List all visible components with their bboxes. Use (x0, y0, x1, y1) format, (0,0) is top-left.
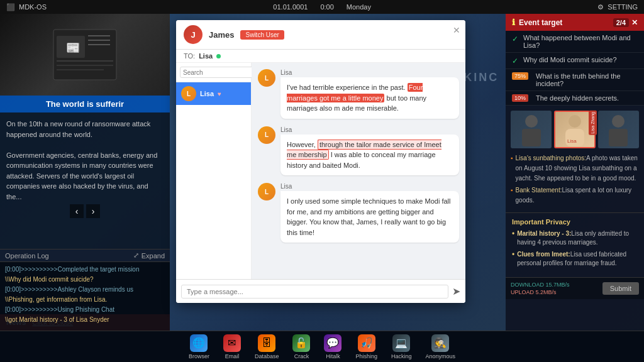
chat-search-area: + (176, 63, 251, 82)
event-item-text-0: What happened between Modi and Lisa? (523, 34, 638, 49)
taskbar: 🌐 Browser ✉ Email 🗄 Database 🔓 Crack 💬 H… (0, 331, 644, 362)
man-silhouette-left (519, 112, 544, 147)
taskbar-item-phishing[interactable]: 🎣 Phishing (350, 332, 382, 362)
chat-sidebar: + L Lisa ♥ (176, 63, 252, 279)
submit-button[interactable]: Submit (602, 282, 639, 295)
anonymous-label: Anonymous (426, 353, 456, 359)
browser-label: Browser (189, 353, 209, 359)
profile-photo-man-left (511, 111, 552, 148)
news-navigation: ‹ › (6, 204, 164, 218)
submit-bar: DOWNLOAD 15.7MB/s UPLOAD 5.2MB/s Submit (506, 277, 644, 299)
taskbar-item-database[interactable]: 🗄 Database (250, 332, 284, 362)
profile-photo-woman: Lisa Lisa Zhang (554, 111, 595, 148)
hitalk-label: Hitalk (326, 353, 340, 359)
event-item-2: 75% What is the truth behind the inciden… (506, 69, 644, 91)
alert-icon: ℹ (512, 18, 515, 27)
contact-name-lisa: Lisa (200, 90, 214, 97)
event-item-0: ✓ What happened between Modi and Lisa? (506, 31, 644, 53)
svg-point-11 (569, 115, 581, 128)
message-content-2: Lisa I only used some simple techniques … (280, 183, 459, 243)
event-item-1: ✓ Why did Modi commit suicide? (506, 53, 644, 69)
database-label: Database (255, 353, 279, 359)
event-target-title: ℹ Event target (512, 18, 562, 27)
log-value-2: \\got Marital history - 3 of Lisa Snyder (5, 315, 165, 325)
news-graphic: 📰 (47, 23, 123, 86)
message-bubble-2: I only used some simple techniques to ma… (280, 191, 459, 243)
database-icon: 🗄 (258, 334, 275, 352)
contact-heart-lisa: ♥ (218, 90, 221, 97)
chat-close-button[interactable]: ✕ (453, 25, 460, 35)
log-value-1: \\Phishing, get information from Lisa. (5, 295, 165, 305)
news-image: 📰 (0, 14, 170, 96)
log-entry-1: [0:00]>>>>>>>>>>Ashley Clayson reminds u… (5, 285, 165, 295)
news-body: On the 10th a new round of ransomware at… (6, 119, 164, 202)
message-sender-1: Lisa (280, 126, 459, 133)
chat-window: J James Switch User ✕ TO: Lisa + L Lisa … (176, 20, 465, 303)
taskbar-item-hacking[interactable]: 💻 Hacking (386, 332, 417, 362)
svg-point-9 (525, 115, 538, 128)
expand-button[interactable]: Expand (142, 252, 165, 260)
chat-to-name: Lisa (199, 52, 213, 60)
progress-label-2: 75% (512, 72, 528, 80)
topbar-left: ⬛ MDK-OS (6, 3, 47, 11)
chat-to-label: TO: (184, 52, 195, 60)
message-row-0: L Lisa I've had terrible experience in t… (258, 69, 459, 119)
topbar-center: 01.01.0001 0:00 Monday (273, 3, 371, 11)
event-target-label: Event target (519, 18, 562, 27)
hacking-label: Hacking (391, 353, 412, 359)
topbar-right: ⚙ SETTING (597, 3, 638, 11)
checkmark-icon-0: ✓ (512, 35, 518, 43)
taskbar-item-crack[interactable]: 🔓 Crack (287, 332, 315, 362)
log-entry-0: [0:00]>>>>>>>>>>Completed the target mis… (5, 265, 165, 275)
event-item-text-2: What is the truth behind the incident? (536, 72, 638, 87)
privacy-bullet-0: • (512, 229, 514, 238)
chat-messages: L Lisa I've had terrible experience in t… (252, 63, 465, 279)
message-row-2: L Lisa I only used some simple technique… (258, 183, 459, 243)
setting-label: SETTING (608, 3, 638, 11)
news-image-inner: 📰 (0, 14, 170, 96)
log-entry-2: [0:00]>>>>>>>>>>Using Phishing Chat (5, 305, 165, 315)
clue-item-1: ▪ Bank Statement:Lisa spent a lot on lux… (511, 185, 639, 206)
taskbar-item-hitalk[interactable]: 💬 Hitalk (319, 332, 347, 362)
chat-user-avatar: J (184, 25, 203, 44)
chat-header: J James Switch User ✕ (176, 20, 465, 50)
message-content-1: Lisa However, through the tailor made se… (280, 126, 459, 176)
privacy-item-1: • Clues from Imeet:Lisa used fabricated … (512, 250, 638, 268)
phishing-label: Phishing (355, 353, 377, 359)
lisa-label: Lisa Zhang (589, 111, 597, 135)
email-icon: ✉ (223, 334, 241, 352)
progress-info: DOWNLOAD 15.7MB/s UPLOAD 5.2MB/s (511, 282, 570, 295)
online-indicator (216, 54, 221, 58)
message-sender-0: Lisa (280, 69, 459, 76)
event-target-close[interactable]: ✕ (631, 18, 638, 27)
hitalk-icon: 💬 (324, 334, 341, 352)
svg-text:📰: 📰 (66, 41, 80, 55)
svg-rect-15 (609, 129, 628, 146)
expand-icon: ⤢ (133, 251, 139, 260)
news-prev-button[interactable]: ‹ (70, 204, 84, 218)
news-next-button[interactable]: › (86, 204, 100, 218)
taskbar-item-browser[interactable]: 🌐 Browser (184, 332, 214, 362)
op-log-title: Operation Log (5, 252, 49, 260)
chat-to-bar: TO: Lisa (176, 50, 465, 63)
crack-icon: 🔓 (292, 334, 310, 352)
privacy-item-0: • Marital history - 3:Lisa only admitted… (512, 229, 638, 247)
hacking-icon: 💻 (392, 334, 410, 352)
main: DRIORD PHAX KINC 📰 Th (0, 14, 644, 362)
topbar: ⬛ MDK-OS 01.01.0001 0:00 Monday ⚙ SETTIN… (0, 0, 644, 14)
profile-photo-man-right (598, 111, 639, 148)
crack-label: Crack (294, 353, 309, 359)
important-privacy-section: Important Privacy • Marital history - 3:… (506, 213, 644, 331)
chat-send-button[interactable]: ➤ (452, 285, 460, 297)
download-info: DOWNLOAD 15.7MB/s (511, 282, 570, 288)
taskbar-item-anonymous[interactable]: 🕵 Anonymous (421, 332, 461, 362)
chat-contact-lisa[interactable]: L Lisa ♥ (176, 82, 251, 105)
chat-message-input[interactable] (181, 285, 448, 299)
message-avatar-2: L (258, 183, 275, 200)
news-title: The world is sufferir (0, 96, 170, 112)
switch-user-button[interactable]: Switch User (240, 30, 284, 40)
contact-avatar-lisa: L (181, 86, 196, 101)
clues-section: ▪ Lisa's sunbathing photos:A photo was t… (511, 153, 639, 206)
topbar-time: 0:00 (320, 3, 333, 11)
taskbar-item-email[interactable]: ✉ Email (218, 332, 246, 362)
